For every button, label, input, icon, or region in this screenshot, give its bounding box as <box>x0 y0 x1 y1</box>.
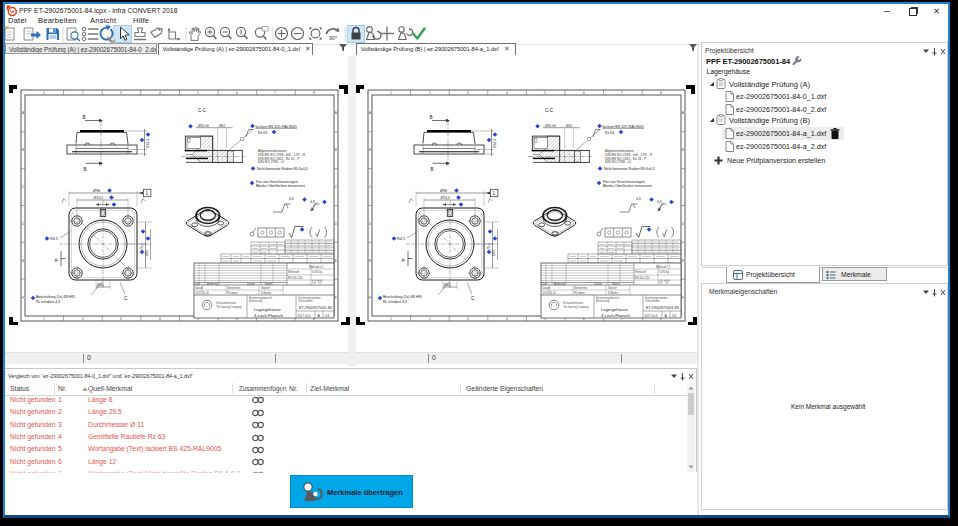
svg-text:2017-10-16: 2017-10-16 <box>196 291 210 295</box>
svg-text:5: 5 <box>197 91 199 95</box>
svg-text:Teilenummer: Teilenummer <box>298 299 313 303</box>
svg-text:Schraubenhauser: Schraubenhauser <box>216 301 237 305</box>
svg-text:Frei von Verschmutzungen,: Frei von Verschmutzungen, <box>256 180 299 184</box>
svg-text:Benennung: Benennung <box>249 299 263 303</box>
svg-text:1: 1 <box>43 317 45 321</box>
svg-text:Beschriftung (2x) Ø6 H9L: Beschriftung (2x) Ø6 H9L <box>36 295 76 299</box>
svg-text:3: 3 <box>120 317 122 321</box>
svg-text:RL erhaben 4,3: RL erhaben 4,3 <box>36 300 60 304</box>
svg-text:Gezeichnet: Gezeichnet <box>227 286 240 290</box>
svg-text:4: 4 <box>159 91 161 95</box>
svg-text:F: F <box>22 296 24 300</box>
svg-text:ET-29002675001-84: ET-29002675001-84 <box>299 306 332 310</box>
svg-text:Änderung: Änderung <box>207 282 219 286</box>
svg-text:P.Lindner: P.Lindner <box>227 291 238 295</box>
svg-text:2: 2 <box>82 317 84 321</box>
svg-text:Zust: Zust <box>195 282 200 286</box>
svg-text:2: 2 <box>82 91 84 95</box>
svg-text:1: 1 <box>43 91 45 95</box>
svg-text:2017-10-6: 2017-10-6 <box>298 314 311 318</box>
svg-text:90°: 90° <box>329 35 337 41</box>
svg-text:Ø13,5: Ø13,5 <box>94 196 104 200</box>
svg-text:Zeichnungsnummer: Zeichnungsnummer <box>298 296 321 300</box>
svg-text:4-Loch-Flansch: 4-Loch-Flansch <box>254 313 284 318</box>
svg-text:Ø30 h6: Ø30 h6 <box>198 124 209 128</box>
svg-text:8: 8 <box>313 91 315 95</box>
svg-text:6,670 kg: 6,670 kg <box>312 270 323 274</box>
svg-text:4: 4 <box>159 317 161 321</box>
svg-text:Werkstoff: Werkstoff <box>288 270 299 274</box>
svg-text:C: C <box>124 296 128 301</box>
svg-text:4,3: 4,3 <box>289 197 294 201</box>
svg-text:The bearing Company: The bearing Company <box>216 305 242 309</box>
svg-text:Maßstab 1:1: Maßstab 1:1 <box>309 265 324 269</box>
svg-text:B: B <box>22 148 24 152</box>
svg-text:71,4: 71,4 <box>140 243 144 250</box>
svg-text:Ø62,3: Ø62,3 <box>146 139 150 148</box>
svg-text:E: E <box>22 259 24 263</box>
svg-text:6: 6 <box>236 91 238 95</box>
svg-text:R4,5: R4,5 <box>50 237 58 241</box>
svg-text:Ø42: Ø42 <box>97 283 104 287</box>
svg-text:C-C: C-C <box>198 108 207 113</box>
svg-text:Geprüft: Geprüft <box>261 286 270 290</box>
svg-text:4,3: 4,3 <box>310 200 315 204</box>
svg-text:B: B <box>84 167 87 172</box>
svg-text:7: 7 <box>274 91 276 95</box>
svg-text:Datum: Datum <box>247 282 255 286</box>
svg-text:B: B <box>83 115 86 120</box>
svg-text:Name: Name <box>265 282 272 286</box>
svg-text:E: E <box>335 259 337 263</box>
svg-text:DIN ISO 2768 - v1: DIN ISO 2768 - v1 <box>258 160 284 164</box>
svg-text:B: B <box>335 148 337 152</box>
svg-text:1: 1 <box>146 191 149 196</box>
svg-text:3: 3 <box>120 91 122 95</box>
svg-text:lackiert BS 425-RAL9005: lackiert BS 425-RAL9005 <box>256 125 297 129</box>
svg-text:Ø96: Ø96 <box>93 189 100 193</box>
svg-text:K.Hartke: K.Hartke <box>261 291 272 295</box>
svg-text:F: F <box>335 296 337 300</box>
svg-text:Ø62: Ø62 <box>219 124 225 128</box>
svg-text:Benennungsbereich: Benennungsbereich <box>249 296 273 300</box>
svg-text:1/1: 1/1 <box>325 314 330 318</box>
svg-text:Ø85: Ø85 <box>145 249 149 256</box>
svg-text:Blanke Oberflächen konserviert: Blanke Oberflächen konserviert. <box>256 184 306 188</box>
svg-text:EN-GJL-250: EN-GJL-250 <box>288 276 303 280</box>
svg-text:Rz 63: Rz 63 <box>258 131 267 135</box>
svg-text:Nicht benannte Radien R0,6±0,3: Nicht benannte Radien R0,6±0,3 <box>257 167 308 171</box>
svg-text:Lagergehäuse: Lagergehäuse <box>254 307 281 312</box>
